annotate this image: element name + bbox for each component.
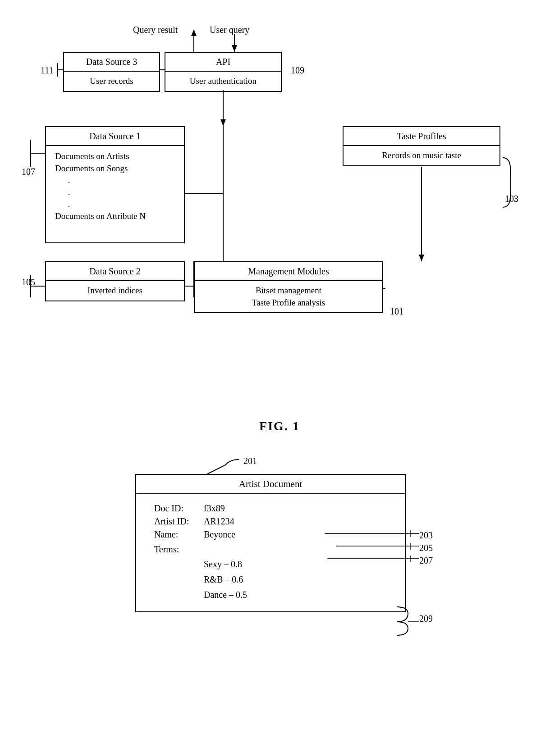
data-source-2-header: Data Source 2 <box>46 262 184 281</box>
user-query-label: User query <box>210 25 249 35</box>
svg-marker-1 <box>191 29 197 36</box>
name-value: Beyonce <box>204 529 235 540</box>
data-source-2-box: Data Source 2 Inverted indices <box>45 261 185 301</box>
tp-ref: 103 <box>505 194 518 204</box>
fig2-diagram: 201 Artist Document Doc ID: f3x89 Artist… <box>0 447 559 753</box>
svg-marker-3 <box>232 45 237 52</box>
management-modules-box: Management Modules Bitset management Tas… <box>194 261 383 313</box>
taste-profiles-box: Taste Profiles Records on music taste <box>343 126 500 166</box>
name-row: Name: Beyonce <box>154 529 387 540</box>
taste-profiles-content: Records on music taste <box>344 146 499 165</box>
doc-id-row: Doc ID: f3x89 <box>154 503 387 514</box>
data-source-1-header: Data Source 1 <box>46 127 184 146</box>
artist-id-row: Artist ID: AR1234 <box>154 516 387 527</box>
svg-marker-20 <box>220 119 226 126</box>
ds3-ref: 111 <box>41 65 54 76</box>
terms-values: Sexy – 0.8 R&B – 0.6 Dance – 0.5 <box>204 556 387 602</box>
fig2-ref: 201 <box>243 456 257 466</box>
doc-id-label: Doc ID: <box>154 503 204 514</box>
artist-id-value: AR1234 <box>204 516 234 527</box>
term-3: Dance – 0.5 <box>204 587 387 602</box>
data-source-3-header: Data Source 3 <box>64 53 159 72</box>
artist-id-label: Artist ID: <box>154 516 204 527</box>
doc-id-value: f3x89 <box>204 503 225 514</box>
api-box-content: User authentication <box>165 72 281 91</box>
name-label: Name: <box>154 529 204 540</box>
fig2-caption: FIG. 2 <box>0 753 559 756</box>
api-box: API User authentication <box>165 52 282 92</box>
svg-marker-10 <box>419 255 424 261</box>
api-box-header: API <box>165 53 281 72</box>
data-source-3-box: Data Source 3 User records <box>63 52 160 92</box>
ref-207: 207 <box>419 556 433 566</box>
taste-profiles-header: Taste Profiles <box>344 127 499 146</box>
mgmt-content: Bitset management Taste Profile analysis <box>195 281 382 312</box>
mgmt-ref: 101 <box>390 306 403 317</box>
ref-209: 209 <box>419 614 433 624</box>
artist-doc-body: Doc ID: f3x89 Artist ID: AR1234 Name: Be… <box>136 494 405 611</box>
fig1-caption: FIG. 1 <box>0 414 559 442</box>
ds2-ref: 105 <box>22 277 35 287</box>
mgmt-header: Management Modules <box>195 262 382 281</box>
data-source-1-content: Documents on Artists Documents on Songs … <box>46 146 184 227</box>
term-2: R&B – 0.6 <box>204 572 387 587</box>
data-source-2-content: Inverted indices <box>46 281 184 301</box>
data-source-1-box: Data Source 1 Documents on Artists Docum… <box>45 126 185 243</box>
ds1-ref: 107 <box>22 167 35 177</box>
data-source-3-content: User records <box>64 72 159 91</box>
ref-205: 205 <box>419 543 433 553</box>
artist-document-box: Artist Document Doc ID: f3x89 Artist ID:… <box>135 474 406 612</box>
artist-doc-header: Artist Document <box>136 475 405 494</box>
term-1: Sexy – 0.8 <box>204 556 387 572</box>
fig1-diagram: Query result User query API User authent… <box>0 0 559 414</box>
ref-203: 203 <box>419 530 433 541</box>
terms-section: Terms: Sexy – 0.8 R&B – 0.6 Dance – 0.5 <box>154 544 387 602</box>
terms-label: Terms: <box>154 544 204 555</box>
api-ref: 109 <box>291 65 304 76</box>
query-result-label: Query result <box>133 25 178 35</box>
